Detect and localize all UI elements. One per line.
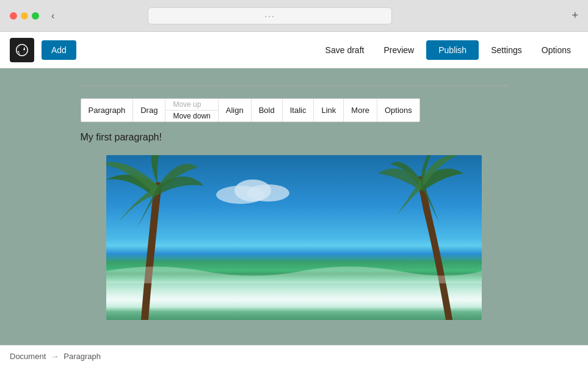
more-button[interactable]: More: [344, 99, 377, 122]
svg-point-2: [247, 184, 289, 202]
wp-toolbar: Add Save draft Preview Publish Settings …: [0, 32, 588, 68]
maximize-button[interactable]: [32, 12, 39, 20]
align-button[interactable]: Align: [219, 99, 252, 122]
settings-button[interactable]: Settings: [484, 40, 529, 60]
document-label[interactable]: Document: [10, 352, 46, 361]
paragraph-text[interactable]: My first paragraph!: [81, 132, 508, 143]
move-up-button[interactable]: Move up: [165, 99, 217, 111]
wordpress-icon: [15, 43, 29, 57]
minimize-button[interactable]: [21, 12, 28, 20]
palm-tree-right-icon: [372, 155, 470, 320]
image-block[interactable]: [106, 155, 482, 320]
browser-chrome: ‹ ··· +: [0, 0, 588, 32]
editor-area: Paragraph Drag Move up Move down Align B…: [0, 68, 588, 345]
palm-tree-left-icon: [106, 155, 216, 320]
close-button[interactable]: [10, 12, 17, 20]
beach-image: [106, 155, 482, 320]
breadcrumb-arrow: →: [51, 352, 59, 361]
paragraph-type-button[interactable]: Paragraph: [81, 99, 134, 122]
publish-button[interactable]: Publish: [426, 40, 479, 60]
new-tab-button[interactable]: +: [572, 9, 578, 22]
drag-handle-button[interactable]: Drag: [133, 99, 165, 122]
wp-logo: [10, 38, 34, 62]
move-group: Move up Move down: [165, 99, 218, 122]
title-input-area: [81, 81, 508, 86]
paragraph-label[interactable]: Paragraph: [64, 352, 101, 361]
save-draft-button[interactable]: Save draft: [318, 40, 372, 60]
address-bar[interactable]: ···: [148, 7, 392, 24]
traffic-lights: [10, 12, 39, 20]
add-button[interactable]: Add: [42, 40, 76, 60]
italic-button[interactable]: Italic: [283, 99, 314, 122]
toolbar-actions: Save draft Preview Publish Settings Opti…: [318, 40, 578, 60]
preview-button[interactable]: Preview: [376, 40, 421, 60]
options-button[interactable]: Options: [534, 40, 578, 60]
block-options-button[interactable]: Options: [377, 99, 419, 122]
status-bar: Document → Paragraph: [0, 345, 588, 367]
back-button[interactable]: ‹: [51, 10, 54, 21]
bold-button[interactable]: Bold: [252, 99, 283, 122]
link-button[interactable]: Link: [314, 99, 344, 122]
clouds-icon: [216, 173, 289, 204]
block-toolbar: Paragraph Drag Move up Move down Align B…: [81, 98, 420, 122]
move-down-button[interactable]: Move down: [165, 111, 217, 122]
address-dots: ···: [265, 11, 276, 21]
block-toolbar-wrapper: Paragraph Drag Move up Move down Align B…: [81, 98, 508, 122]
wave-icon: [106, 259, 482, 283]
